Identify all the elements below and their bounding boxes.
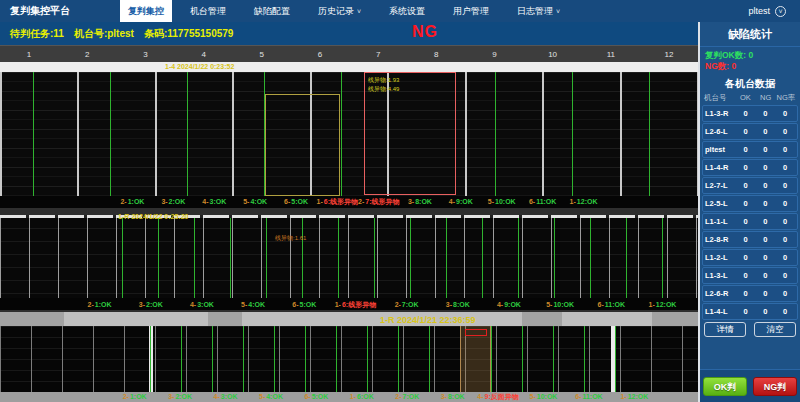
cell-status-label: 6-5:OK <box>276 196 317 207</box>
cell-status-label: 2-7:OK <box>381 299 432 310</box>
cell-status-label: 6-5:OK <box>279 299 330 310</box>
cell-status-text: 8:OK <box>453 301 470 308</box>
nav-tab-label: 复判集控 <box>128 6 164 16</box>
cell-status-text: 8:OK <box>415 198 432 205</box>
machine-ng-cell: 0 <box>755 307 775 316</box>
pending-tasks-label: 待判任务:11 <box>10 27 64 41</box>
cell-status-label: 6-11:OK <box>522 196 563 207</box>
column-divider-line <box>181 326 182 392</box>
machine-table-row[interactable]: L2-8-R000 <box>702 231 798 248</box>
machine-table-row[interactable]: L1-1-L000 <box>702 213 798 230</box>
strip1-warning-box <box>265 94 340 196</box>
cell-status-label: 2-7:OK <box>385 391 430 402</box>
column-divider-line <box>158 218 159 298</box>
nav-tab-7[interactable]: 日志管理˅ <box>509 0 568 22</box>
nav-tab-3[interactable]: 缺陷配置 <box>246 0 298 22</box>
strip2-status-labels: 2-1:OK3-2:OK4-3:OK5-4:OK6-5:OK1-6:线形异物2-… <box>74 299 688 310</box>
judgment-actions: OK判 NG判 <box>700 369 800 402</box>
app-root: 复判集控平台 复判集控机台管理缺陷配置历史记录˅系统设置用户管理日志管理˅ pl… <box>0 0 800 402</box>
machine-table-row[interactable]: L2-7-L000 <box>702 177 798 194</box>
machine-table-row[interactable]: L1-3-L000 <box>702 267 798 284</box>
cell-status-text: 2:OK <box>169 198 186 205</box>
column-divider-line <box>554 218 555 298</box>
ruler-number: 12 <box>640 46 698 62</box>
cell-status-label: 4-9:反面异物 <box>475 391 520 402</box>
machine-table-row[interactable]: pltest000 <box>702 141 798 158</box>
strip2-el-image[interactable]: 线异物:1.61 <box>0 215 698 298</box>
ng-judge-button[interactable]: NG判 <box>753 377 797 396</box>
machine-name-cell: L2-6-L <box>705 127 736 136</box>
nav-tab-1[interactable]: 复判集控 <box>120 0 172 22</box>
column-divider-line <box>338 218 339 298</box>
cell-index-prefix: 2- <box>123 393 129 400</box>
cell-status-label: 3-8:OK <box>430 391 475 402</box>
user-dropdown-icon[interactable]: ˅ <box>775 6 786 17</box>
cell-status-text: 12:OK <box>577 198 598 205</box>
column-divider-line <box>522 326 523 392</box>
user-menu[interactable]: pltest ˅ <box>748 0 800 22</box>
nav-tab-label: 历史记录 <box>318 6 354 16</box>
el-image-strip-2[interactable]: 线异物:1.61 1-R 2024/1/22 0:25:20 2-1:OK3-2… <box>0 215 698 310</box>
column-divider-line <box>495 72 496 196</box>
nav-tab-2[interactable]: 机台管理 <box>182 0 234 22</box>
sidebar-title: 缺陷统计 <box>700 22 800 47</box>
username-label: pltest <box>748 6 770 16</box>
machine-table-row[interactable]: L1-3-R000 <box>702 105 798 122</box>
ruler-number: 10 <box>524 46 582 62</box>
machine-table-body: L1-3-R000L2-6-L000pltest000L1-4-R000L2-7… <box>700 105 800 320</box>
machine-name-cell: L1-4-L <box>705 307 736 316</box>
cell-index-prefix: 6- <box>575 393 581 400</box>
strip2-timestamp: 1-R 2024/1/22 0:25:20 <box>118 213 188 220</box>
cell-status-text: 1:OK <box>130 393 147 400</box>
strip3-el-image[interactable] <box>0 326 698 392</box>
cell-status-label: 4-9:OK <box>440 196 481 207</box>
cell-status-text: 1:OK <box>128 198 145 205</box>
machine-name-cell: L2-8-R <box>705 235 736 244</box>
ok-count-label: 复判OK数: 0 <box>705 50 795 61</box>
machine-table-row[interactable]: L1-2-L000 <box>702 249 798 266</box>
cell-index-prefix: 5- <box>488 198 494 205</box>
column-divider-line <box>590 218 591 298</box>
detail-button[interactable]: 详情 <box>704 322 746 337</box>
cell-index-prefix: 5- <box>243 198 249 205</box>
cell-status-text: 5:OK <box>312 393 329 400</box>
nav-tab-5[interactable]: 系统设置 <box>381 0 433 22</box>
cell-index-prefix: 1- <box>620 393 626 400</box>
nav-tab-6[interactable]: 用户管理 <box>445 0 497 22</box>
machine-ok-cell: 0 <box>736 289 756 298</box>
ruler-number: 5 <box>233 46 291 62</box>
column-divider-line <box>572 72 573 196</box>
machine-ok-cell: 0 <box>736 109 756 118</box>
strip3-timestamp: 1-R 2024/1/21 22:36:59 <box>380 315 476 325</box>
cell-status-label: 1-12:OK <box>612 391 657 402</box>
strip1-defect-note-1: 线异物:1.93 <box>368 76 399 84</box>
clear-button[interactable]: 清空 <box>754 322 796 337</box>
cell-index-prefix: 2- <box>120 198 126 205</box>
machine-table-row[interactable]: L2-6-L000 <box>702 123 798 140</box>
strip1-el-image[interactable]: 线异物:1.93 线异物:4.49 <box>0 72 698 196</box>
cell-index-prefix: 3- <box>446 301 452 308</box>
cell-index-prefix: 5- <box>259 393 265 400</box>
cell-index-prefix: 6- <box>598 301 604 308</box>
nav-tab-4[interactable]: 历史记录˅ <box>310 0 369 22</box>
cell-status-text: 4:OK <box>266 393 283 400</box>
cell-status-label: 1-12:OK <box>563 196 604 207</box>
nav-tabs: 复判集控机台管理缺陷配置历史记录˅系统设置用户管理日志管理˅ <box>116 0 574 22</box>
machine-table-row[interactable]: L2-5-L000 <box>702 195 798 212</box>
cell-index-prefix: 1- <box>350 393 356 400</box>
machine-ok-cell: 0 <box>736 181 756 190</box>
cell-status-text: 12:OK <box>656 301 677 308</box>
machine-table-row[interactable]: L2-6-R000 <box>702 285 798 302</box>
machine-table-row[interactable]: L1-4-R000 <box>702 159 798 176</box>
strip2-defect-note: 线异物:1.61 <box>275 234 306 243</box>
machine-table-row[interactable]: L1-4-L000 <box>702 303 798 320</box>
el-image-strip-3[interactable]: 1-R 2024/1/21 22:36:59 2-1:OK3-2:OK4-3:O… <box>0 312 698 402</box>
chevron-down-icon: ˅ <box>556 8 560 15</box>
el-image-strip-1[interactable]: 1-4 2024/1/22 0:23:52 线异物:1.93 线异物:4.49 … <box>0 62 698 208</box>
ok-judge-button[interactable]: OK判 <box>703 377 747 396</box>
machine-rate-cell: 0 <box>775 253 795 262</box>
machine-ok-cell: 0 <box>736 253 756 262</box>
machine-rate-cell: 0 <box>775 307 795 316</box>
cell-index-prefix: 6- <box>529 198 535 205</box>
ruler-number: 2 <box>58 46 116 62</box>
